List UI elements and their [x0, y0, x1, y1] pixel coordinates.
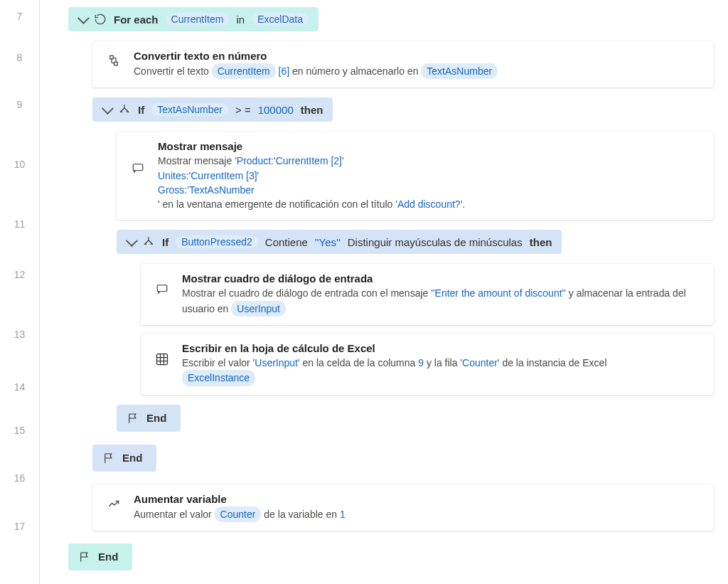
foreach-var: CurrentItem: [166, 13, 230, 26]
line-9: 9: [0, 83, 39, 127]
foreach-src: ExcelData: [252, 13, 309, 26]
line-8: 8: [0, 33, 39, 83]
excel-icon: [155, 352, 169, 366]
line-15: 15: [0, 408, 39, 452]
if2-rest: Distinguir mayúsculas de minúsculas: [348, 236, 523, 248]
loop-icon: [94, 13, 107, 26]
svg-rect-1: [114, 62, 118, 65]
line-11: 11: [0, 202, 39, 246]
collapse-icon[interactable]: [77, 12, 90, 24]
input-dialog-card[interactable]: Mostrar cuadro de diálogo de entrada Mos…: [141, 264, 714, 325]
message-icon: [132, 161, 144, 174]
foreach-keyword: For each: [114, 14, 159, 26]
branch-icon: [118, 103, 131, 116]
svg-rect-4: [157, 354, 168, 365]
if-op: > =: [235, 104, 251, 116]
show-message-title: Mostrar mensaje: [158, 140, 702, 152]
excel-write-desc: Escribir el valor 'UserInput' en la celd…: [182, 356, 702, 386]
increment-desc: Aumentar el valor Counter de la variable…: [134, 506, 702, 522]
if2-keyword: If: [162, 236, 168, 248]
end-if2-block[interactable]: End: [117, 405, 181, 432]
dialog-icon: [156, 282, 168, 295]
convert-desc: Convertir el texto CurrentItem [6] en nú…: [134, 63, 702, 79]
end-foreach-block[interactable]: End: [68, 543, 132, 570]
flow-canvas[interactable]: For each CurrentItem in ExcelData Conver…: [40, 0, 728, 584]
excel-write-card[interactable]: Escribir en la hoja de cálculo de Excel …: [141, 334, 714, 395]
flag-icon: [127, 412, 139, 425]
increment-icon: [107, 497, 120, 510]
collapse-icon[interactable]: [102, 102, 114, 115]
line-17: 17: [0, 504, 39, 549]
if-val: 100000: [258, 104, 294, 116]
if-textasnumber-block[interactable]: If TextAsNumber > = 100000 then: [92, 97, 333, 122]
flag-icon: [102, 452, 115, 464]
svg-rect-2: [133, 164, 143, 171]
input-dialog-desc: Mostrar el cuadro de diálogo de entrada …: [182, 286, 702, 317]
increment-var-card[interactable]: Aumentar variable Aumentar el valor Coun…: [92, 484, 714, 531]
flag-icon: [78, 551, 91, 563]
svg-rect-0: [110, 55, 114, 59]
excel-write-title: Escribir en la hoja de cálculo de Excel: [182, 342, 702, 354]
svg-rect-3: [157, 285, 167, 292]
convert-icon: [107, 54, 120, 67]
if-var: TextAsNumber: [151, 103, 228, 116]
end-if2-label: End: [146, 412, 166, 424]
if-then: then: [301, 104, 323, 116]
end-foreach-label: End: [98, 551, 118, 563]
line-13: 13: [0, 303, 39, 366]
if-buttonpressed-block[interactable]: If ButtonPressed2 Contiene ''Yes'' Disti…: [117, 230, 562, 254]
line-16: 16: [0, 452, 39, 504]
end-if1-block[interactable]: End: [92, 445, 156, 472]
foreach-block[interactable]: For each CurrentItem in ExcelData: [68, 7, 318, 31]
if2-val: ''Yes'': [315, 236, 341, 248]
convert-title: Convertir texto en número: [134, 50, 702, 62]
if-keyword: If: [138, 104, 144, 116]
collapse-icon[interactable]: [126, 235, 138, 248]
show-message-desc: Mostrar mensaje 'Product:'CurrentItem [2…: [158, 154, 702, 211]
line-12: 12: [0, 246, 39, 303]
line-10: 10: [0, 127, 39, 202]
convert-text-card[interactable]: Convertir texto en número Convertir el t…: [92, 41, 714, 87]
show-message-card[interactable]: Mostrar mensaje Mostrar mensaje 'Product…: [117, 132, 714, 220]
input-dialog-title: Mostrar cuadro de diálogo de entrada: [182, 272, 702, 285]
if2-then: then: [530, 236, 552, 248]
line-7: 7: [0, 0, 39, 33]
foreach-in: in: [236, 14, 245, 26]
end-if1-label: End: [122, 452, 142, 464]
branch-icon: [142, 235, 155, 248]
if2-var: ButtonPressed2: [176, 235, 258, 248]
line-number-gutter: 7 8 9 10 11 12 13 14 15 16 17: [0, 0, 40, 584]
line-14: 14: [0, 366, 39, 408]
increment-title: Aumentar variable: [134, 493, 702, 505]
if2-op: Contiene: [265, 236, 308, 248]
